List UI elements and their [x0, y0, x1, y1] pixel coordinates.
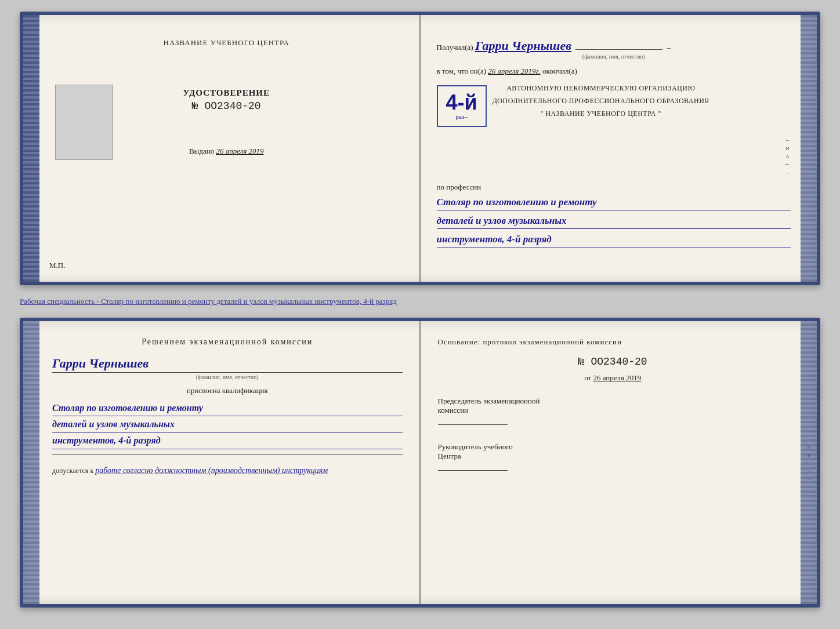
- top-document-spread: НАЗВАНИЕ УЧЕБНОГО ЦЕНТРА УДОСТОВЕРЕНИЕ №…: [20, 12, 820, 285]
- side-dash: –: [786, 136, 790, 143]
- side-letter-group: – и а ← –: [784, 136, 791, 176]
- vydano-label: Выдано: [189, 147, 214, 155]
- qual-line2: деталей и узлов музыкальных: [52, 416, 403, 432]
- description-bar: Рабочая специальность - Столяр по изгото…: [20, 294, 820, 308]
- profession-line3: инструментов, 4-й разряд: [437, 231, 791, 248]
- dopuskaetsya-label: допускается к: [52, 467, 93, 475]
- rukovoditel-sig-line: [438, 470, 508, 471]
- resheniem-title: Решением экзаменационной комиссии: [52, 337, 403, 347]
- predsedatel-line2: комиссии: [438, 406, 788, 415]
- ot-date-value: 26 апреля 2019: [593, 373, 641, 382]
- bottom-name-block: Гарри Чернышев (фамилия, имя, отчество): [52, 356, 403, 380]
- bottom-right-binding-strip: [801, 321, 817, 604]
- right-binding-strip: [801, 15, 817, 282]
- rank-number: 4-й: [446, 92, 477, 113]
- qual-line3: инструментов, 4-й разряд: [52, 432, 403, 449]
- fio-sub-top: (фамилия, имя, отчество): [437, 53, 791, 60]
- rukovoditel-line1: Руководитель учебного: [438, 442, 788, 452]
- vtom-date: 26 апреля 2019г.: [488, 67, 540, 75]
- bottom-fio-sub: (фамилия, имя, отчество): [52, 374, 403, 380]
- right-side-markers: – и а ← –: [437, 136, 791, 176]
- poluchil-label: Получил(а): [437, 43, 473, 52]
- description-prefix: Рабочая специальность -: [20, 297, 101, 306]
- dopuskaetsya-block: допускается к работе согласно должностны…: [52, 466, 403, 475]
- profession-line2: деталей и узлов музыкальных: [437, 213, 791, 229]
- rukovoditel-line2: Центра: [438, 452, 788, 461]
- vtom-label: в том, что он(а): [437, 67, 487, 75]
- org-line3: " НАЗВАНИЕ УЧЕБНОГО ЦЕНТРА ": [493, 108, 709, 119]
- stamp-area: 4-й раз– АВТОНОМНУЮ НЕКОММЕРЧЕСКУЮ ОРГАН…: [437, 81, 791, 132]
- osnovanie-title: Основание: протокол экзаменационной коми…: [438, 337, 788, 347]
- profession-line1: Столяр по изготовлению и ремонту: [437, 194, 791, 210]
- vydano-line: Выдано 26 апреля 2019: [189, 147, 264, 156]
- vydano-date: 26 апреля 2019: [216, 147, 263, 155]
- udostoverenie-block: УДОСТОВЕРЕНИЕ № OO2340-20: [183, 88, 270, 112]
- separator-line: [52, 454, 403, 455]
- center-name-header: НАЗВАНИЕ УЧЕБНОГО ЦЕНТРА: [164, 38, 289, 48]
- photo-placeholder: [55, 85, 113, 160]
- prisvoena-label: присвоена квалификация: [52, 386, 403, 395]
- okonchil-label: окончил(а): [542, 67, 577, 76]
- org-block: АВТОНОМНУЮ НЕКОММЕРЧЕСКУЮ ОРГАНИЗАЦИЮ ДО…: [493, 81, 709, 121]
- side-i: и: [786, 144, 790, 151]
- rank-stamp: 4-й раз–: [437, 85, 487, 127]
- ot-label: от: [584, 373, 591, 382]
- vtom-line: в том, что он(а) 26 апреля 2019г. окончи…: [437, 67, 791, 76]
- mp-text: М.П.: [49, 261, 65, 270]
- top-left-page: НАЗВАНИЕ УЧЕБНОГО ЦЕНТРА УДОСТОВЕРЕНИЕ №…: [23, 15, 421, 282]
- qual-block: Столяр по изготовлению и ремонту деталей…: [52, 400, 403, 449]
- predsedatel-line1: Председатель экзаменационной: [438, 397, 788, 406]
- bottom-document-spread: Решением экзаменационной комиссии Гарри …: [20, 318, 820, 608]
- dopusk-text: работе согласно должностным (производств…: [95, 466, 328, 475]
- dash: –: [667, 43, 671, 52]
- side-dash2: –: [786, 169, 790, 176]
- top-right-page: Получил(а) Гарри Чернышев – (фамилия, им…: [421, 15, 817, 282]
- qual-line1: Столяр по изготовлению и ремонту: [52, 400, 403, 416]
- rukovoditel-block: Руководитель учебного Центра: [438, 442, 788, 471]
- mp-line: М.П.: [49, 261, 65, 270]
- predsedatel-block: Председатель экзаменационной комиссии: [438, 397, 788, 425]
- name-underline: [575, 49, 662, 50]
- bottom-right-page: Основание: протокол экзаменационной коми…: [421, 321, 817, 604]
- bottom-number: № OO2340-20: [438, 356, 788, 368]
- org-line2: ДОПОЛНИТЕЛЬНОГО ПРОФЕССИОНАЛЬНОГО ОБРАЗО…: [493, 96, 709, 106]
- udostoverenie-title: УДОСТОВЕРЕНИЕ: [183, 88, 270, 98]
- predsedatel-sig-line: [438, 424, 508, 425]
- udostoverenie-number: № OO2340-20: [183, 100, 270, 112]
- poluchil-line: Получил(а) Гарри Чернышев – (фамилия, им…: [437, 38, 791, 60]
- recipient-name: Гарри Чернышев: [475, 38, 571, 53]
- ot-date-block: от 26 апреля 2019: [438, 373, 788, 383]
- org-line1: АВТОНОМНУЮ НЕКОММЕРЧЕСКУЮ ОРГАНИЗАЦИЮ: [493, 83, 709, 93]
- description-value: Столяр по изготовлению и ремонту деталей…: [101, 297, 397, 306]
- side-a: а: [786, 152, 789, 159]
- profession-block: Столяр по изготовлению и ремонту деталей…: [437, 194, 791, 248]
- bottom-left-page: Решением экзаменационной комиссии Гарри …: [23, 321, 421, 604]
- side-arrow: ←: [784, 161, 791, 168]
- bottom-recipient-name: Гарри Чернышев: [52, 356, 403, 373]
- po-professii-label: по профессии: [437, 183, 791, 192]
